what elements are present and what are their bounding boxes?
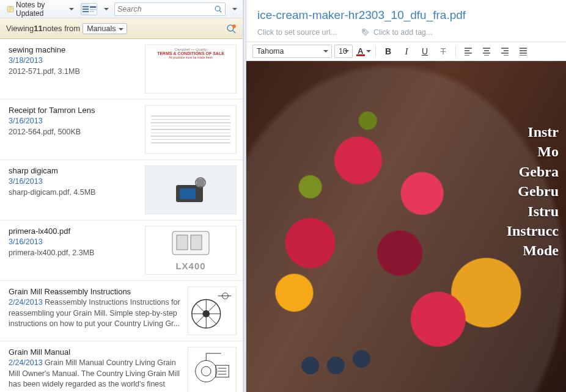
sort-dropdown[interactable]: Notes by Updated	[4, 2, 77, 16]
svg-point-14	[232, 24, 236, 28]
note-thumbnail: LX400	[145, 226, 237, 275]
svg-line-11	[219, 10, 221, 12]
search-icon	[214, 5, 222, 13]
note-meta: primera-lx400.pdf, 2.3MB	[9, 249, 94, 257]
note-list[interactable]: sewing machine 3/18/2013 2012-571.pdf, 3…	[0, 39, 243, 392]
note-title: primera-lx400.pdf	[9, 226, 140, 237]
note-date: 2/24/2013	[9, 358, 43, 367]
italic-icon: I	[405, 46, 408, 57]
font-family-label: Tahoma	[257, 47, 284, 56]
svg-rect-21	[191, 235, 202, 250]
align-right-icon	[501, 47, 509, 56]
view-mode-snippet[interactable]	[89, 4, 97, 15]
caret-down-icon	[232, 8, 237, 10]
italic-button[interactable]: I	[399, 45, 414, 58]
bold-icon: B	[385, 46, 391, 56]
view-mode-toggle[interactable]	[81, 3, 97, 15]
note-date: 2/24/2013	[9, 298, 43, 307]
svg-point-10	[215, 6, 220, 11]
view-options-dropdown[interactable]	[101, 2, 111, 16]
svg-rect-9	[90, 11, 94, 12]
font-color-button[interactable]: A	[355, 45, 371, 58]
view-mode-list[interactable]	[81, 4, 89, 15]
svg-rect-20	[177, 235, 188, 250]
font-family-select[interactable]: Tahoma	[252, 45, 332, 58]
note-item[interactable]: sharp digicam 3/16/2013 sharp-digicam.pd…	[0, 160, 243, 220]
note-thumbnail	[188, 347, 237, 392]
note-item[interactable]: Grain Mill Manual 2/24/2013 Grain Mill M…	[0, 341, 243, 392]
filter-count: 11	[34, 24, 42, 33]
filter-source-label: Manuals	[87, 24, 116, 33]
note-title: Grain Mill Reassembly Instructions	[9, 286, 183, 297]
note-title: sewing machine	[9, 45, 140, 56]
source-url-placeholder: Click to set source url...	[257, 28, 337, 37]
search-within-icon[interactable]	[226, 23, 237, 34]
svg-rect-18	[197, 179, 205, 187]
note-editor-panel: ice-cream-maker-hr2303_10_dfu_fra.pdf Cl…	[246, 0, 566, 392]
note-item[interactable]: Grain Mill Reassembly Instructions 2/24/…	[0, 281, 243, 341]
document-overlay-text: Instr Mo Gebra Gebru Istru Instrucc Mode	[507, 122, 559, 261]
caret-down-icon	[366, 50, 371, 53]
note-date: 3/16/2013	[9, 238, 43, 246]
align-left-button[interactable]	[460, 45, 476, 58]
formatting-toolbar: Tahoma 10 A B I U T	[246, 42, 566, 61]
svg-line-13	[233, 31, 235, 33]
document-content[interactable]: Instr Mo Gebra Gebru Istru Instrucc Mode	[246, 61, 566, 392]
notes-toolbar: Notes by Updated	[0, 0, 243, 18]
underline-button[interactable]: U	[417, 45, 433, 58]
svg-rect-4	[83, 6, 89, 7]
sort-label: Notes by Updated	[16, 1, 66, 18]
note-title: Receipt for Tamron Lens	[9, 105, 140, 116]
add-tag-field[interactable]: Click to add tag...	[361, 28, 433, 37]
list-icon	[83, 5, 89, 13]
note-date: 3/16/2013	[9, 117, 43, 125]
font-color-icon: A	[355, 46, 366, 57]
align-justify-button[interactable]	[515, 45, 531, 58]
note-title: sharp digicam	[9, 165, 140, 176]
align-left-icon	[464, 47, 472, 56]
filter-bar: Viewing 11 notes from Manuals	[0, 18, 243, 39]
caret-down-icon	[104, 8, 109, 10]
caret-down-icon	[69, 8, 74, 10]
search-options-dropdown[interactable]	[229, 2, 239, 16]
source-url-field[interactable]: Click to set source url...	[257, 28, 337, 37]
note-date: 3/16/2013	[9, 177, 43, 186]
align-justify-icon	[519, 47, 527, 56]
snippet-icon	[90, 5, 96, 13]
svg-point-31	[201, 366, 211, 376]
note-meta: 2012-564.pdf, 500KB	[9, 128, 81, 136]
font-size-select[interactable]: 10	[334, 45, 353, 58]
svg-text:A: A	[358, 46, 364, 56]
align-right-button[interactable]	[497, 45, 513, 58]
bold-button[interactable]: B	[380, 45, 396, 58]
note-item[interactable]: sewing machine 3/18/2013 2012-571.pdf, 3…	[0, 39, 243, 100]
filter-prefix: Viewing	[6, 24, 34, 33]
align-center-button[interactable]	[479, 45, 494, 58]
document-title[interactable]: ice-cream-maker-hr2303_10_dfu_fra.pdf	[257, 9, 555, 22]
note-thumbnail	[145, 165, 237, 214]
filter-source-select[interactable]: Manuals	[83, 23, 127, 34]
svg-rect-7	[90, 6, 96, 8]
search-box[interactable]	[114, 2, 226, 16]
font-size-label: 10	[339, 47, 347, 56]
note-item[interactable]: Receipt for Tamron Lens 3/16/2013 2012-5…	[0, 100, 243, 160]
strikethrough-button[interactable]: T	[435, 45, 451, 58]
svg-rect-6	[83, 11, 89, 12]
underline-icon: U	[422, 46, 428, 56]
svg-point-36	[363, 30, 364, 31]
svg-rect-5	[83, 9, 89, 10]
strikethrough-icon: T	[441, 46, 446, 56]
search-input[interactable]	[117, 5, 214, 13]
tag-icon	[361, 28, 370, 37]
svg-point-30	[196, 360, 217, 382]
add-tag-placeholder: Click to add tag...	[373, 28, 433, 37]
note-item[interactable]: primera-lx400.pdf 3/16/2013 primera-lx40…	[0, 220, 243, 281]
note-date: 3/18/2013	[9, 56, 43, 65]
svg-rect-8	[90, 9, 96, 10]
note-meta: sharp-digicam.pdf, 4.5MB	[9, 188, 95, 197]
note-thumbnail: Campbell — Quality TERMS & CONDITIONS OF…	[145, 45, 237, 93]
note-thumbnail	[188, 286, 237, 335]
align-center-icon	[482, 47, 491, 56]
notes-panel: Notes by Updated	[0, 0, 243, 392]
svg-rect-38	[356, 54, 365, 56]
